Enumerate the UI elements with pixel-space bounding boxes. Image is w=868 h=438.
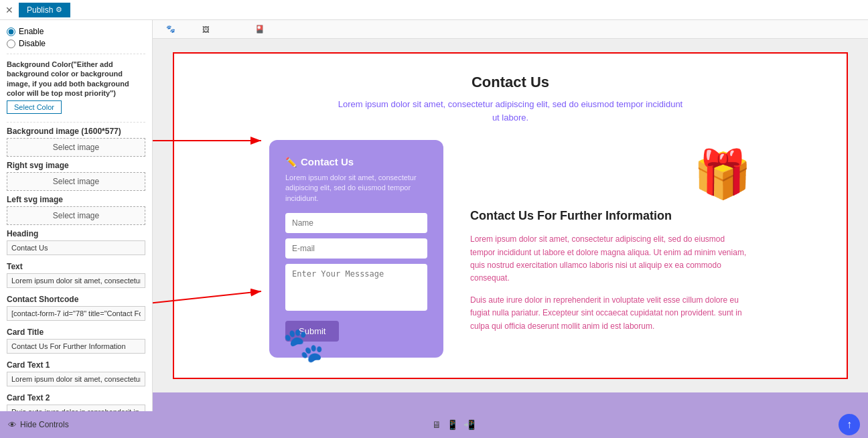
disable-radio[interactable]: Disable (7, 39, 145, 48)
bg-image-label: Background image (1600*577) (7, 127, 145, 136)
radio-group: Enable Disable (7, 27, 145, 48)
hide-controls-label: Hide Controls (20, 420, 69, 429)
text-input[interactable] (7, 273, 145, 288)
right-info-card: 🎁 Contact Us For Further Information Lor… (470, 140, 751, 342)
card-text1-field-label: Card Text 1 (7, 360, 145, 370)
email-field[interactable] (285, 238, 427, 259)
text-field-label: Text (7, 262, 145, 271)
divider1 (7, 54, 145, 54)
enable-radio[interactable]: Enable (7, 27, 145, 36)
preview-area: 🐾 🖼 🎴 Contact Us Lorem ipsum dolor sit a… (153, 20, 868, 411)
card-title-input[interactable] (7, 339, 145, 354)
form-card-title: ✏️ Contact Us (285, 156, 427, 167)
form-title-text: Contact Us (301, 156, 354, 167)
right-svg-upload[interactable]: Select image (7, 172, 145, 191)
bg-image-upload[interactable]: Select image (7, 138, 145, 157)
disable-label: Disable (19, 39, 46, 48)
top-strip-item2: 🖼 (202, 25, 228, 33)
card-text2-field-label: Card Text 2 (7, 393, 145, 403)
info-text1: Lorem ipsum dolor sit amet, consectetur … (470, 233, 751, 285)
card-text2-input[interactable] (7, 405, 145, 411)
shortcode-field-label: Contact Shortcode (7, 295, 145, 304)
pencil-icon: ✏️ (285, 157, 297, 167)
heading-field-label: Heading (7, 229, 145, 238)
heading-input[interactable] (7, 240, 145, 255)
contact-form-card: ✏️ Contact Us Lorem ipsum dolor sit amet… (269, 140, 443, 358)
section-heading: Contact Us (188, 74, 833, 91)
tablet-view-icon[interactable]: 📱 (447, 419, 458, 430)
top-bar: ✕ Publish ⚙ (0, 0, 868, 20)
hide-controls[interactable]: 👁 Hide Controls (8, 420, 69, 430)
left-svg-label: Left svg image (7, 195, 145, 204)
purple-bottom-strip (153, 392, 868, 411)
view-icons: 🖥 📱 📲 (432, 419, 475, 430)
right-svg-label: Right svg image (7, 161, 145, 170)
info-title: Contact Us For Further Information (470, 208, 751, 224)
scroll-top-button[interactable]: ↑ (839, 414, 860, 435)
gear-icon: ⚙ (56, 5, 62, 14)
form-card-subtext: Lorem ipsum dolor sit amet, consectetur … (285, 173, 427, 204)
footprints-icon: 🐾 (283, 325, 324, 364)
desktop-view-icon[interactable]: 🖥 (432, 419, 441, 430)
publish-label: Publish (27, 5, 53, 15)
left-panel: Enable Disable Background Color("Either … (0, 20, 153, 411)
mobile-view-icon[interactable]: 📲 (463, 419, 475, 430)
shortcode-input[interactable] (7, 306, 145, 321)
contact-section: Contact Us Lorem ipsum dolor sit amet, c… (173, 52, 848, 379)
top-strip-item3: 🎴 (255, 25, 273, 33)
close-icon[interactable]: ✕ (5, 5, 13, 15)
card-title-field-label: Card Title (7, 327, 145, 337)
divider2 (7, 122, 145, 123)
top-strip: 🐾 🖼 🎴 (153, 20, 868, 39)
top-strip-item1: 🐾 (166, 25, 175, 33)
section-subtext: Lorem ipsum dolor sit amet, consectetur … (188, 98, 833, 124)
bottom-bar: 👁 Hide Controls 🖥 📱 📲 ↑ (0, 411, 868, 438)
publish-button[interactable]: Publish ⚙ (19, 3, 70, 17)
card-text1-input[interactable] (7, 372, 145, 386)
contact-content: ✏️ Contact Us Lorem ipsum dolor sit amet… (188, 140, 833, 358)
bg-color-label: Background Color("Either add background … (7, 60, 145, 98)
eye-icon: 👁 (8, 420, 17, 430)
info-text2: Duis aute irure dolor in reprehenderit i… (470, 294, 751, 333)
gift-icon: 🎁 (470, 147, 751, 202)
message-field[interactable] (285, 264, 427, 311)
name-field[interactable] (285, 213, 427, 233)
select-color-button[interactable]: Select Color (7, 100, 62, 114)
main-layout: Enable Disable Background Color("Either … (0, 20, 868, 411)
enable-label: Enable (19, 27, 44, 36)
left-svg-upload[interactable]: Select image (7, 206, 145, 225)
